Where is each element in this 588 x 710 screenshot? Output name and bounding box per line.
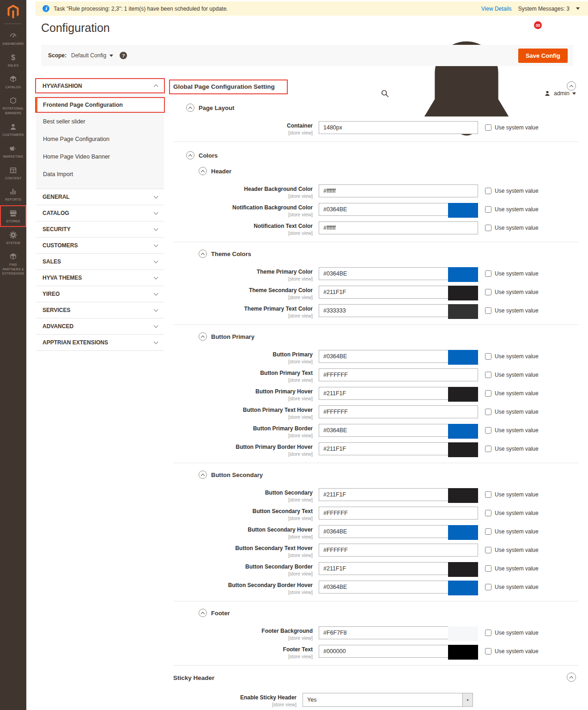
collapse-subsection-icon[interactable]	[186, 104, 194, 112]
sidebar-item-reports[interactable]: REPORTS	[0, 184, 26, 205]
field-value-input[interactable]	[319, 507, 478, 520]
use-system-checkbox[interactable]	[485, 528, 491, 535]
use-system-value[interactable]: Use system value	[485, 203, 539, 213]
use-system-value[interactable]: Use system value	[485, 267, 539, 277]
use-system-checkbox[interactable]	[485, 206, 491, 213]
use-system-label: Use system value	[495, 353, 539, 360]
use-system-value[interactable]: Use system value	[485, 350, 539, 360]
content-icon	[9, 166, 18, 175]
field-value-input[interactable]	[319, 368, 478, 381]
nav-sub-item-frontend-page-configuration[interactable]: Frontend Page Configuration	[36, 98, 164, 112]
use-system-value[interactable]: Use system value	[485, 562, 539, 572]
use-system-checkbox[interactable]	[485, 390, 491, 397]
magento-logo-icon[interactable]	[6, 4, 21, 19]
use-system-checkbox[interactable]	[485, 427, 491, 434]
nav-section-services[interactable]: SERVICES	[36, 302, 164, 318]
nav-section-hyvafashion[interactable]: HYVAFASHION	[36, 79, 164, 92]
collapse-subsection-icon[interactable]	[199, 609, 207, 617]
nav-section-catalog[interactable]: CATALOG	[36, 205, 164, 221]
scope-selector[interactable]: Default Config	[71, 52, 113, 59]
use-system-value[interactable]: Use system value	[485, 424, 539, 434]
use-system-value[interactable]: Use system value	[485, 405, 539, 415]
field-value-input[interactable]	[319, 184, 478, 197]
sidebar-item-catalog[interactable]: CATALOG	[0, 71, 26, 93]
collapse-subsection-icon[interactable]	[199, 471, 207, 479]
help-icon[interactable]: ?	[120, 52, 127, 59]
use-system-value[interactable]: Use system value	[485, 645, 539, 655]
nav-sub-item-data-import[interactable]: Data Import	[36, 165, 164, 183]
field-label: Button Primary Hover	[173, 388, 313, 395]
use-system-value[interactable]: Use system value	[485, 525, 539, 535]
use-system-value[interactable]: Use system value	[485, 507, 539, 516]
nav-section-general[interactable]: GENERAL	[36, 189, 164, 205]
use-system-checkbox[interactable]	[485, 491, 491, 498]
sidebar-item-system[interactable]: SYSTEM	[0, 227, 26, 249]
collapse-section-icon[interactable]	[567, 81, 576, 91]
chevron-down-icon[interactable]	[576, 7, 580, 10]
field-row-button-primary-text-hover: Button Primary Text Hover [store view] U…	[173, 405, 579, 420]
use-system-value[interactable]: Use system value	[485, 221, 539, 231]
use-system-value[interactable]: Use system value	[485, 121, 539, 131]
field-row-enable-sticky-header: Enable Sticky Header [store view] Yes ▼	[173, 693, 579, 707]
nav-section-hyva-themes[interactable]: HYVA THEMES	[36, 270, 164, 286]
use-system-value[interactable]: Use system value	[485, 304, 539, 314]
collapse-subsection-icon[interactable]	[199, 167, 207, 175]
use-system-value[interactable]: Use system value	[485, 368, 539, 378]
collapse-subsection-icon[interactable]	[186, 151, 194, 159]
nav-section-security[interactable]: SECURITY	[36, 221, 164, 238]
view-details-link[interactable]: View Details	[481, 6, 512, 12]
use-system-checkbox[interactable]	[485, 648, 491, 655]
sidebar-item-rotational-banners[interactable]: ROTATIONAL BANNERS	[0, 92, 26, 119]
sidebar-item-content[interactable]: CONTENT	[0, 162, 26, 184]
sidebar-item-marketing[interactable]: MARKETING	[0, 141, 26, 162]
sidebar-item-sales[interactable]: $ SALES	[0, 49, 26, 71]
save-config-button[interactable]: Save Config	[518, 49, 568, 63]
use-system-value[interactable]: Use system value	[485, 286, 539, 295]
field-select[interactable]: Yes ▼	[303, 693, 473, 707]
nav-sub-item-best-seller-slider[interactable]: Best seller slider	[36, 113, 164, 130]
use-system-checkbox[interactable]	[485, 446, 491, 452]
nav-sub-item-home-page-video-banner[interactable]: Home Page Video Banner	[36, 148, 164, 165]
nav-sub-item-home-page-configuration[interactable]: Home Page Configuration	[36, 130, 164, 148]
use-system-checkbox[interactable]	[485, 372, 491, 378]
collapse-subsection-icon[interactable]	[199, 250, 207, 258]
system-messages-count[interactable]: System Messages: 3	[518, 6, 570, 12]
use-system-checkbox[interactable]	[485, 565, 491, 572]
sidebar-item-find-partners-extensions[interactable]: FIND PARTNERS & EXTENSIONS	[0, 249, 26, 279]
use-system-checkbox[interactable]	[485, 289, 491, 295]
sidebar-item-dashboard[interactable]: DASHBOARD	[0, 28, 26, 49]
use-system-value[interactable]: Use system value	[485, 387, 539, 397]
nav-section-advanced[interactable]: ADVANCED	[36, 318, 164, 335]
use-system-value[interactable]: Use system value	[485, 626, 539, 636]
field-row-header-background-color: Header Background Color [store view] Use…	[173, 184, 579, 199]
field-value-input[interactable]	[319, 405, 478, 418]
use-system-checkbox[interactable]	[485, 584, 491, 590]
collapse-subsection-icon[interactable]	[199, 332, 207, 341]
nav-section-apptrian-extensions[interactable]: APPTRIAN EXTENSIONS	[36, 335, 164, 351]
use-system-value[interactable]: Use system value	[485, 488, 539, 498]
use-system-checkbox[interactable]	[485, 124, 491, 131]
sidebar-item-stores[interactable]: STORES	[0, 205, 26, 227]
use-system-checkbox[interactable]	[485, 188, 491, 194]
collapse-section-icon[interactable]	[567, 673, 576, 682]
nav-section-sales[interactable]: SALES	[36, 254, 164, 270]
field-value-input[interactable]	[319, 221, 478, 234]
use-system-value[interactable]: Use system value	[485, 184, 539, 194]
use-system-checkbox[interactable]	[485, 270, 491, 277]
use-system-value[interactable]: Use system value	[485, 581, 539, 590]
use-system-checkbox[interactable]	[485, 225, 491, 231]
use-system-checkbox[interactable]	[485, 510, 491, 516]
use-system-checkbox[interactable]	[485, 353, 491, 360]
field-input-wrap	[319, 267, 478, 280]
field-value-input[interactable]	[319, 121, 478, 134]
field-value-input[interactable]	[319, 544, 478, 557]
use-system-checkbox[interactable]	[485, 630, 491, 636]
nav-section-customers[interactable]: CUSTOMERS	[36, 238, 164, 254]
use-system-checkbox[interactable]	[485, 409, 491, 415]
use-system-value[interactable]: Use system value	[485, 544, 539, 553]
use-system-checkbox[interactable]	[485, 307, 491, 314]
sidebar-item-customers[interactable]: CUSTOMERS	[0, 119, 26, 141]
nav-section-yireo[interactable]: YIREO	[36, 286, 164, 302]
use-system-value[interactable]: Use system value	[485, 442, 539, 452]
use-system-checkbox[interactable]	[485, 547, 491, 553]
